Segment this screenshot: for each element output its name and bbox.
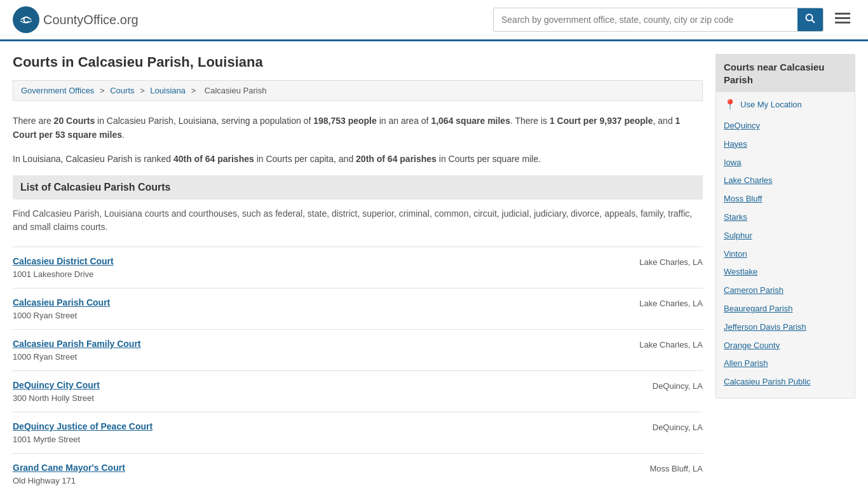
sidebar: Courts near Calcasieu Parish 📍 Use My Lo… xyxy=(715,54,855,488)
description-1: There are 20 Courts in Calcasieu Parish,… xyxy=(13,114,703,142)
desc2-rank1: 40th of 64 parishes xyxy=(173,154,254,164)
sidebar-link[interactable]: Allen Parish xyxy=(724,355,847,373)
court-name[interactable]: Grand Cane Mayor's Court xyxy=(13,463,563,473)
menu-button[interactable] xyxy=(830,9,855,30)
search-input[interactable] xyxy=(494,10,797,30)
court-location: DeQuincy, LA xyxy=(563,421,703,432)
court-location: Lake Charles, LA xyxy=(563,339,703,349)
desc2-mid: in Courts per capita, and xyxy=(254,154,356,164)
court-item: Grand Cane Mayor's Court Old Highway 171… xyxy=(13,454,703,488)
court-details: DeQuincy City Court 300 North Holly Stre… xyxy=(13,380,563,403)
sidebar-link[interactable]: Westlake xyxy=(724,263,847,281)
court-item: Calcasieu Parish Court 1000 Ryan Street … xyxy=(13,288,703,330)
search-bar xyxy=(493,8,824,32)
court-name[interactable]: DeQuincy Justice of Peace Court xyxy=(13,421,563,431)
court-address: 1000 Ryan Street xyxy=(13,352,563,362)
sidebar-link[interactable]: Sulphur xyxy=(724,227,847,245)
court-location: Moss Bluff, LA xyxy=(563,463,703,473)
court-address: 1000 Ryan Street xyxy=(13,311,563,320)
court-name[interactable]: Calcasieu District Court xyxy=(13,256,563,266)
court-address: Old Highway 171 xyxy=(13,476,563,485)
sidebar-link[interactable]: Calcasieu Parish Public xyxy=(724,373,847,391)
sidebar-links-container: DeQuincyHayesIowaLake CharlesMoss BluffS… xyxy=(724,117,847,391)
svg-rect-6 xyxy=(835,22,850,24)
breadcrumb-calcasieu: Calcasieu Parish xyxy=(205,86,267,95)
breadcrumb-sep-2: > xyxy=(140,86,147,95)
page-title: Courts in Calcasieu Parish, Louisiana xyxy=(13,54,703,71)
logo-icon: C xyxy=(13,6,39,33)
court-address: 1001 Myrtle Street xyxy=(13,435,563,444)
court-name[interactable]: DeQuincy City Court xyxy=(13,380,563,390)
breadcrumb-louisiana[interactable]: Louisiana xyxy=(150,86,186,95)
desc1-pop: 198,753 people xyxy=(313,116,377,126)
logo-suffix: .org xyxy=(116,13,138,27)
desc1-per1: 1 Court per 9,937 people xyxy=(550,116,653,126)
desc1-mid: in Calcasieu Parish, Louisiana, serving … xyxy=(95,116,313,126)
breadcrumb: Government Offices > Courts > Louisiana … xyxy=(13,80,703,101)
court-item: Calcasieu Parish Family Court 1000 Ryan … xyxy=(13,330,703,371)
sub-description: Find Calcasieu Parish, Louisiana courts … xyxy=(13,207,703,234)
desc1-area-pre: in an area of xyxy=(377,116,431,126)
desc2-pre: In Louisiana, Calcasieu Parish is ranked xyxy=(13,154,173,164)
court-item: DeQuincy City Court 300 North Holly Stre… xyxy=(13,371,703,412)
section-header: List of Calcasieu Parish Courts xyxy=(13,175,703,200)
breadcrumb-courts[interactable]: Courts xyxy=(110,86,134,95)
use-location-link[interactable]: 📍 Use My Location xyxy=(724,98,847,111)
search-button[interactable] xyxy=(797,8,823,31)
sidebar-box: Courts near Calcasieu Parish 📍 Use My Lo… xyxy=(715,54,855,398)
sidebar-title: Courts near Calcasieu Parish xyxy=(716,55,855,92)
court-list: Calcasieu District Court 1001 Lakeshore … xyxy=(13,247,703,488)
logo-area: C CountyOffice.org xyxy=(13,6,139,33)
court-item: Calcasieu District Court 1001 Lakeshore … xyxy=(13,247,703,288)
section-title: List of Calcasieu Parish Courts xyxy=(20,182,171,193)
court-details: DeQuincy Justice of Peace Court 1001 Myr… xyxy=(13,421,563,444)
svg-line-3 xyxy=(812,20,815,24)
sidebar-link[interactable]: Lake Charles xyxy=(724,172,847,190)
main-container: Courts in Calcasieu Parish, Louisiana Go… xyxy=(0,41,868,488)
logo-text: CountyOffice.org xyxy=(43,13,139,27)
sidebar-content: 📍 Use My Location DeQuincyHayesIowaLake … xyxy=(716,92,855,398)
sidebar-link[interactable]: Hayes xyxy=(724,135,847,154)
desc1-per2-pre: , and xyxy=(653,116,675,126)
desc1-pre: There are xyxy=(13,116,54,126)
court-details: Calcasieu Parish Family Court 1000 Ryan … xyxy=(13,339,563,362)
svg-rect-5 xyxy=(835,17,850,19)
court-address: 300 North Holly Street xyxy=(13,393,563,403)
header-right xyxy=(493,8,855,32)
sidebar-link[interactable]: Moss Bluff xyxy=(724,190,847,208)
sidebar-link[interactable]: DeQuincy xyxy=(724,117,847,135)
court-name[interactable]: Calcasieu Parish Family Court xyxy=(13,339,563,349)
description-2: In Louisiana, Calcasieu Parish is ranked… xyxy=(13,152,703,166)
court-location: Lake Charles, LA xyxy=(563,297,703,308)
breadcrumb-sep-1: > xyxy=(100,86,107,95)
court-item: DeQuincy Justice of Peace Court 1001 Myr… xyxy=(13,412,703,454)
sidebar-link[interactable]: Starks xyxy=(724,208,847,227)
court-details: Calcasieu District Court 1001 Lakeshore … xyxy=(13,256,563,279)
sidebar-link[interactable]: Beauregard Parish xyxy=(724,300,847,318)
breadcrumb-sep-3: > xyxy=(191,86,198,95)
court-details: Calcasieu Parish Court 1000 Ryan Street xyxy=(13,297,563,320)
sidebar-link[interactable]: Iowa xyxy=(724,154,847,172)
header: C CountyOffice.org xyxy=(0,0,868,41)
breadcrumb-gov-offices[interactable]: Government Offices xyxy=(21,86,94,95)
court-location: Lake Charles, LA xyxy=(563,256,703,267)
court-location: DeQuincy, LA xyxy=(563,380,703,391)
desc1-end: . xyxy=(122,130,125,140)
svg-rect-4 xyxy=(835,13,850,15)
desc2-rank2: 20th of 64 parishes xyxy=(356,154,437,164)
location-pin-icon: 📍 xyxy=(724,98,736,111)
desc1-per1-pre: . There is xyxy=(510,116,550,126)
svg-point-2 xyxy=(806,15,813,21)
desc2-end: in Courts per square mile. xyxy=(437,154,541,164)
logo-name: CountyOffice xyxy=(43,13,116,27)
sidebar-link[interactable]: Jefferson Davis Parish xyxy=(724,318,847,337)
sidebar-link[interactable]: Cameron Parish xyxy=(724,281,847,300)
court-details: Grand Cane Mayor's Court Old Highway 171 xyxy=(13,463,563,485)
use-location-label: Use My Location xyxy=(740,100,802,109)
sidebar-link[interactable]: Vinton xyxy=(724,245,847,264)
court-name[interactable]: Calcasieu Parish Court xyxy=(13,297,563,308)
court-address: 1001 Lakeshore Drive xyxy=(13,269,563,279)
sidebar-link[interactable]: Orange County xyxy=(724,337,847,355)
content-area: Courts in Calcasieu Parish, Louisiana Go… xyxy=(13,54,703,488)
desc1-area: 1,064 square miles xyxy=(431,116,510,126)
